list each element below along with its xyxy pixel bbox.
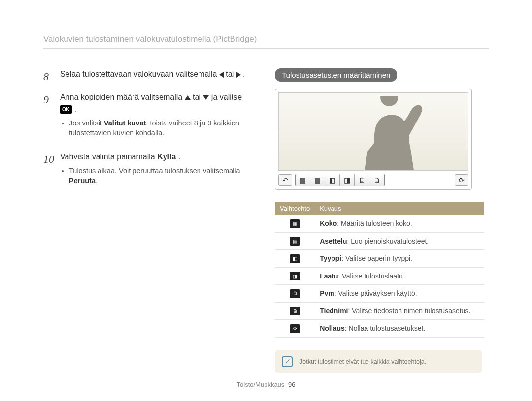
bullet-bold: Peruuta — [69, 177, 96, 185]
table-row: ◨ Laatu: Valitse tulostuslaatu. — [275, 267, 484, 285]
toolbar-group: ▦ ▤ ◧ ◨ 🗓 🗎 — [295, 174, 385, 186]
row-rest: : Nollaa tulostusasetukset. — [345, 324, 425, 332]
info-icon: ✓ — [282, 356, 293, 367]
quality-icon: ◨ — [290, 272, 300, 280]
toolbar-type-icon[interactable]: ◧ — [325, 174, 340, 186]
step-bold: Kyllä — [157, 153, 176, 161]
bullet-item: Tulostus alkaa. Voit peruuttaa tulostuks… — [69, 166, 255, 186]
row-rest: : Valitse päiväyksen käyttö. — [334, 289, 417, 297]
date-icon: 🗓 — [290, 289, 300, 298]
row-bold: Asettelu — [320, 237, 347, 245]
table-row: ⟳ Nollaus: Nollaa tulostusasetukset. — [275, 320, 484, 338]
page-header: Valokuvien tulostaminen valokuvatulostim… — [43, 34, 489, 49]
toolbar-file-icon[interactable]: 🗎 — [369, 174, 384, 186]
arrow-left-icon — [219, 72, 224, 78]
row-rest: : Luo pienoiskuvatulosteet. — [347, 237, 429, 245]
row-rest: : Valitse tiedoston nimen tulostusasetus… — [348, 307, 471, 315]
row-bold: Koko — [320, 219, 337, 227]
table-row: ◧ Tyyppi: Valitse paperin tyyppi. — [275, 250, 484, 268]
note-box: ✓ Jotkut tulostimet eivät tue kaikkia va… — [275, 350, 482, 373]
step-number: 10 — [43, 151, 54, 192]
arrow-right-icon — [236, 72, 241, 78]
note-text: Jotkut tulostimet eivät tue kaikkia vaih… — [299, 358, 426, 365]
step-body: Selaa tulostettavaan valokuvaan valitsem… — [60, 68, 255, 85]
right-column: Tulostusasetusten määrittäminen ↶ ▦ ▤ ◧ — [275, 68, 489, 373]
bullet-item: Jos valitsit Valitut kuvat, toista vaihe… — [69, 118, 255, 138]
row-bold: Pvm — [320, 289, 334, 297]
toolbar-back-icon[interactable]: ↶ — [278, 174, 292, 186]
footer-section: Toisto/Muokkaus — [237, 381, 285, 388]
toolbar-quality-icon[interactable]: ◨ — [340, 174, 355, 186]
toolbar-date-icon[interactable]: 🗓 — [355, 174, 369, 186]
bullet-text: . — [96, 177, 98, 185]
bullet-bold: Valitut kuvat — [104, 119, 146, 127]
step-bullets: Jos valitsit Valitut kuvat, toista vaihe… — [60, 118, 255, 138]
step-text: tai — [193, 93, 203, 101]
layout-icon: ▤ — [290, 237, 300, 246]
content-columns: 8 Selaa tulostettavaan valokuvaan valits… — [43, 68, 489, 373]
step-bullets: Tulostus alkaa. Voit peruuttaa tulostuks… — [60, 166, 255, 186]
silhouette-image — [360, 96, 424, 170]
page-footer: Toisto/Muokkaus 96 — [0, 381, 532, 388]
row-bold: Nollaus — [320, 324, 345, 332]
step-body: Anna kopioiden määrä valitsemalla tai ja… — [60, 92, 255, 144]
left-column: 8 Selaa tulostettavaan valokuvaan valits… — [43, 68, 255, 373]
row-bold: Tiednimi — [320, 307, 348, 315]
step-text: ja valitse — [211, 93, 242, 101]
table-row: 🗓 Pvm: Valitse päiväyksen käyttö. — [275, 285, 484, 303]
toolbar-size-icon[interactable]: ▦ — [296, 174, 310, 186]
table-row: ▦ Koko: Määritä tulosteen koko. — [275, 215, 484, 232]
table-header-option: Vaihtoehto — [275, 202, 315, 215]
bullet-text: Jos valitsit — [69, 119, 104, 127]
step-8: 8 Selaa tulostettavaan valokuvaan valits… — [43, 68, 255, 85]
step-text: . — [74, 105, 76, 113]
reset-icon: ⟳ — [290, 324, 300, 333]
row-bold: Tyyppi — [320, 254, 341, 262]
step-body: Vahvista valinta painamalla Kyllä . Tulo… — [60, 151, 255, 192]
row-bold: Laatu — [320, 272, 338, 280]
table-row: 🗎 Tiednimi: Valitse tiedoston nimen tulo… — [275, 302, 484, 320]
toolbar-refresh-icon[interactable]: ⟳ — [455, 174, 468, 186]
toolbar-layout-icon[interactable]: ▤ — [310, 174, 325, 186]
table-header-desc: Kuvaus — [315, 202, 484, 215]
type-icon: ◧ — [290, 254, 300, 263]
row-rest: : Valitse paperin tyyppi. — [341, 254, 412, 262]
file-icon: 🗎 — [290, 307, 300, 315]
row-rest: : Määritä tulosteen koko. — [337, 219, 412, 227]
step-number: 9 — [43, 92, 54, 144]
footer-page-number: 96 — [288, 381, 295, 388]
screen-toolbar: ↶ ▦ ▤ ◧ ◨ 🗓 🗎 ⟳ — [278, 174, 468, 186]
step-10: 10 Vahvista valinta painamalla Kyllä . T… — [43, 151, 255, 192]
step-text: Vahvista valinta painamalla — [60, 153, 157, 161]
section-pill: Tulostusasetusten määrittäminen — [275, 68, 397, 82]
page: Valokuvien tulostaminen valokuvatulostim… — [0, 0, 532, 373]
step-text: . — [176, 153, 180, 161]
step-text: Selaa tulostettavaan valokuvaan valitsem… — [60, 70, 219, 78]
options-table: Vaihtoehto Kuvaus ▦ Koko: Määritä tulost… — [275, 202, 484, 338]
step-text: Anna kopioiden määrä valitsemalla — [60, 93, 185, 101]
step-9: 9 Anna kopioiden määrä valitsemalla tai … — [43, 92, 255, 144]
screen-preview — [278, 92, 468, 171]
bullet-text: Tulostus alkaa. Voit peruuttaa tulostuks… — [69, 167, 240, 175]
printer-screen: ↶ ▦ ▤ ◧ ◨ 🗓 🗎 ⟳ — [275, 89, 472, 190]
size-icon: ▦ — [290, 219, 300, 228]
arrow-down-icon — [203, 95, 209, 100]
ok-icon: OK — [60, 105, 72, 114]
step-number: 8 — [43, 68, 54, 85]
arrow-up-icon — [185, 95, 191, 100]
step-text: tai — [226, 70, 236, 78]
step-text: . — [243, 70, 245, 78]
table-row: ▤ Asettelu: Luo pienoiskuvatulosteet. — [275, 232, 484, 250]
row-rest: : Valitse tulostuslaatu. — [338, 272, 405, 280]
